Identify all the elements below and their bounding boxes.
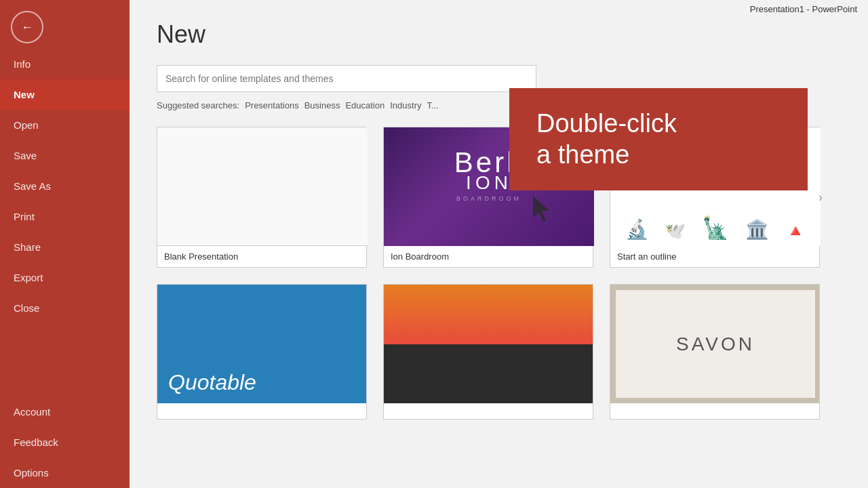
title-bar: Presentation1 - PowerPoint <box>739 0 868 18</box>
sidebar-item-close[interactable]: Close <box>0 293 130 323</box>
sidebar-item-label: Options <box>14 467 49 479</box>
sidebar-item-save[interactable]: Save <box>0 140 130 171</box>
qs-label: Start an outline <box>610 246 819 267</box>
qs-icon-bigben: 🏛️ <box>745 218 769 241</box>
sidebar-item-label: Share <box>14 241 41 253</box>
svg-marker-0 <box>533 196 549 222</box>
suggested-link-presentations[interactable]: Presentations <box>245 100 299 110</box>
sidebar-item-label: Save <box>14 150 37 161</box>
ion-label: Ion Boardroom <box>384 246 593 267</box>
quotable-thumb-container: Quotable <box>157 285 367 403</box>
sidebar-item-label: Export <box>14 272 43 283</box>
sidebar-item-label: Open <box>14 119 39 131</box>
tooltip-line2: a theme <box>536 140 629 169</box>
qs-icon-microscope: 🔬 <box>625 218 649 241</box>
sidebar-item-label: Account <box>14 406 50 418</box>
sidebar-item-feedback[interactable]: Feedback <box>0 427 130 458</box>
blank-thumb <box>157 127 368 246</box>
sidebar-item-label: Info <box>14 58 31 70</box>
sidebar-item-print[interactable]: Print <box>0 201 130 232</box>
main-content: New Suggested searches: Presentations Bu… <box>130 0 868 488</box>
tooltip-overlay: Double-click a theme <box>509 88 808 190</box>
sidebar-item-account[interactable]: Account <box>0 396 130 427</box>
sidebar-item-label: Print <box>14 211 35 222</box>
quotable-text: Quotable <box>168 370 256 395</box>
sidebar-item-label: New <box>14 89 35 100</box>
sidebar-item-label: Close <box>14 302 39 314</box>
template-berlin[interactable]: Berlin <box>383 284 593 420</box>
template-quotable[interactable]: Quotable <box>157 284 367 420</box>
sidebar: ← Info New Open Save Save As Print Share <box>0 0 130 488</box>
suggested-link-business[interactable]: Business <box>304 100 340 110</box>
quotable-thumb: Quotable <box>157 285 367 403</box>
back-icon: ← <box>21 20 33 35</box>
template-blank[interactable]: Blank Presentation <box>157 127 367 268</box>
suggested-link-more[interactable]: T... <box>427 100 438 110</box>
savon-thumb: SAVON <box>610 285 820 403</box>
search-input[interactable] <box>165 73 528 84</box>
scroll-indicator: › <box>818 190 823 205</box>
berlin-thumb: Berlin <box>384 285 593 403</box>
app-layout: Presentation1 - PowerPoint ← Info New Op… <box>0 0 868 488</box>
qs-icon-bird: 🕊️ <box>665 222 686 241</box>
template-savon[interactable]: SAVON <box>610 284 820 420</box>
savon-thumb-container: SAVON <box>610 285 820 403</box>
cursor-overlay <box>533 196 553 226</box>
back-button[interactable]: ← <box>11 11 43 43</box>
sidebar-item-label: Save As <box>14 180 51 192</box>
templates-row-2: Quotable Berlin SAVON <box>157 284 841 420</box>
sidebar-nav: Info New Open Save Save As Print Share E… <box>0 49 130 488</box>
ion-subtitle: BOARDROOM <box>456 195 521 202</box>
page-title: New <box>157 20 841 49</box>
search-bar[interactable] <box>157 65 536 92</box>
suggested-link-education[interactable]: Education <box>345 100 384 110</box>
sidebar-item-export[interactable]: Export <box>0 262 130 293</box>
sidebar-item-save-as[interactable]: Save As <box>0 171 130 201</box>
savon-text: SAVON <box>676 333 755 355</box>
sidebar-bottom: Account Feedback Options <box>0 396 130 488</box>
sidebar-item-info[interactable]: Info <box>0 49 130 79</box>
qs-icon-pyramid: 🔺 <box>785 222 806 241</box>
sidebar-item-open[interactable]: Open <box>0 110 130 140</box>
suggested-link-industry[interactable]: Industry <box>390 100 421 110</box>
sidebar-item-options[interactable]: Options <box>0 458 130 488</box>
sidebar-item-share[interactable]: Share <box>0 232 130 262</box>
berlin-thumb-container: Berlin <box>384 285 593 403</box>
blank-label: Blank Presentation <box>157 246 366 267</box>
sidebar-item-new[interactable]: New <box>0 79 130 110</box>
suggested-label: Suggested searches: <box>157 100 239 110</box>
sidebar-item-label: Feedback <box>14 436 58 448</box>
title-text: Presentation1 - PowerPoint <box>750 4 857 14</box>
tooltip-line1: Double-click <box>536 109 677 138</box>
qs-icon-liberty: 🗽 <box>702 215 729 241</box>
